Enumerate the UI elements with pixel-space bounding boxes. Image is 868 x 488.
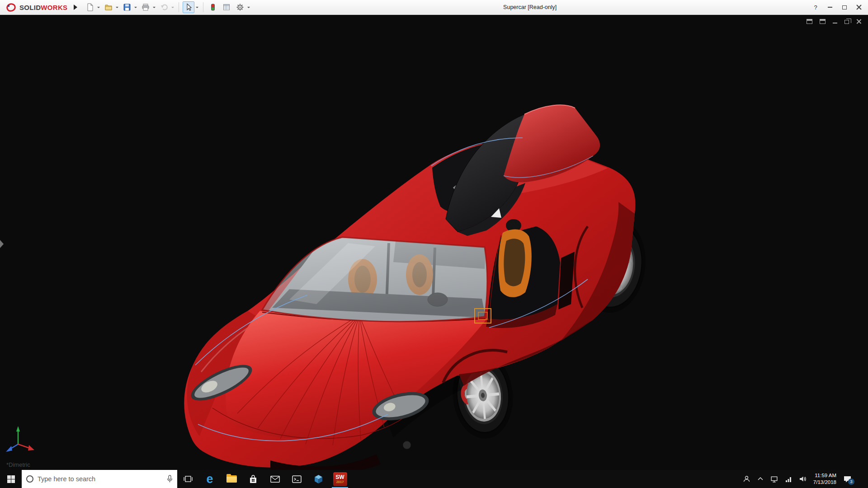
minimize-button[interactable] xyxy=(823,1,837,14)
close-icon xyxy=(856,5,862,10)
options-group xyxy=(234,1,251,13)
open-dropdown[interactable] xyxy=(114,1,119,13)
edrawings-button[interactable] xyxy=(307,470,329,488)
store-bag-icon xyxy=(249,474,258,484)
taskbar-clock[interactable]: 11:59 AM 7/13/2018 xyxy=(813,472,836,486)
notification-badge: 3 xyxy=(848,479,854,485)
menu-flyout-arrow[interactable] xyxy=(74,5,77,10)
doc-minimize-icon[interactable] xyxy=(833,19,837,23)
help-button[interactable]: ? xyxy=(808,1,823,14)
solidworks-logo: SOLIDWORKS xyxy=(0,2,71,12)
chevron-down-icon xyxy=(134,7,137,9)
start-button[interactable] xyxy=(0,470,22,488)
gear-icon xyxy=(236,3,244,11)
mail-button[interactable] xyxy=(264,470,286,488)
signal-bars-icon xyxy=(785,476,792,482)
edge-icon: e xyxy=(206,473,213,485)
chevron-down-icon xyxy=(116,7,118,9)
file-explorer-button[interactable] xyxy=(221,470,242,488)
new-document-button[interactable] xyxy=(84,1,96,13)
chevron-down-icon xyxy=(153,7,156,9)
system-tray: 11:59 AM 7/13/2018 3 xyxy=(739,470,868,488)
new-document-group xyxy=(84,1,101,13)
orientation-triad[interactable] xyxy=(6,426,34,452)
chevron-down-icon xyxy=(247,7,250,9)
microphone-icon[interactable] xyxy=(167,475,173,483)
print-button[interactable] xyxy=(140,1,151,13)
feature-manager-collapsed-tab[interactable] xyxy=(0,240,4,248)
person-icon xyxy=(743,475,750,483)
view-orientation-label: *Dimetric xyxy=(6,461,30,468)
action-center-button[interactable]: 3 xyxy=(843,475,855,483)
3ds-logo-icon xyxy=(5,2,17,12)
file-properties-button[interactable] xyxy=(221,1,232,13)
windows-taskbar: e xyxy=(0,470,868,488)
open-group xyxy=(103,1,119,13)
options-button[interactable] xyxy=(234,1,246,13)
brand-word-solid: SOLID xyxy=(19,4,41,11)
select-cursor-icon xyxy=(184,3,193,11)
select-tool-dropdown[interactable] xyxy=(194,1,199,13)
undo-group xyxy=(158,1,175,13)
windshield[interactable] xyxy=(262,237,487,322)
standard-toolbar xyxy=(84,1,251,13)
select-tool-button[interactable] xyxy=(183,1,194,13)
window-controls: ? xyxy=(808,1,868,14)
chevron-down-icon xyxy=(196,7,198,9)
graphics-viewport[interactable]: *Dimetric xyxy=(0,15,868,470)
split-window-icon[interactable] xyxy=(820,19,826,24)
print-dropdown[interactable] xyxy=(151,1,156,13)
tray-overflow-button[interactable] xyxy=(757,476,764,482)
speaker-icon xyxy=(799,475,807,483)
new-document-icon xyxy=(86,3,94,11)
task-view-icon xyxy=(184,475,193,483)
title-bar: SOLIDWORKS xyxy=(0,0,868,15)
undo-dropdown[interactable] xyxy=(170,1,175,13)
command-prompt-icon xyxy=(292,475,302,483)
volume-button[interactable] xyxy=(799,475,807,483)
new-document-dropdown[interactable] xyxy=(96,1,101,13)
maximize-button[interactable] xyxy=(837,1,852,14)
search-icon xyxy=(26,475,33,483)
close-button[interactable] xyxy=(852,1,866,14)
minimize-icon xyxy=(828,7,832,8)
toolbar-separator xyxy=(179,2,179,12)
options-dropdown[interactable] xyxy=(246,1,251,13)
edge-button[interactable]: e xyxy=(199,470,221,488)
chevron-down-icon xyxy=(171,7,174,9)
rebuild-button[interactable] xyxy=(207,1,219,13)
windows-logo-icon xyxy=(7,475,15,483)
rebuild-group xyxy=(207,1,219,13)
brand-word-works: WORKS xyxy=(41,4,67,11)
undo-icon xyxy=(160,3,168,11)
file-explorer-icon xyxy=(226,475,237,483)
undo-button[interactable] xyxy=(158,1,170,13)
open-folder-icon xyxy=(104,3,113,11)
clock-time: 11:59 AM xyxy=(813,472,836,479)
search-input[interactable] xyxy=(38,475,163,483)
taskbar-search-box[interactable] xyxy=(22,470,177,488)
doc-close-icon[interactable] xyxy=(856,19,862,24)
store-button[interactable] xyxy=(242,470,264,488)
signal-button[interactable] xyxy=(785,476,792,482)
network-button[interactable] xyxy=(770,476,778,483)
doc-restore-icon[interactable] xyxy=(844,20,849,24)
printer-icon xyxy=(142,3,150,11)
toolbar-separator xyxy=(203,2,203,12)
people-button[interactable] xyxy=(743,475,750,483)
console-button[interactable] xyxy=(286,470,307,488)
open-button[interactable] xyxy=(103,1,114,13)
save-group xyxy=(121,1,138,13)
save-button[interactable] xyxy=(121,1,133,13)
save-dropdown[interactable] xyxy=(133,1,138,13)
chevron-up-icon xyxy=(757,476,764,482)
maximize-icon xyxy=(842,5,847,9)
clock-date: 7/13/2018 xyxy=(813,479,836,486)
rebuild-stoplight-icon xyxy=(209,3,217,11)
solidworks-2017-button[interactable]: SW 2017 xyxy=(329,470,351,488)
supercar-model-canvas[interactable] xyxy=(0,15,868,470)
network-icon xyxy=(770,476,778,483)
new-window-icon[interactable] xyxy=(807,19,812,24)
task-view-button[interactable] xyxy=(177,470,199,488)
mail-envelope-icon xyxy=(270,476,280,483)
